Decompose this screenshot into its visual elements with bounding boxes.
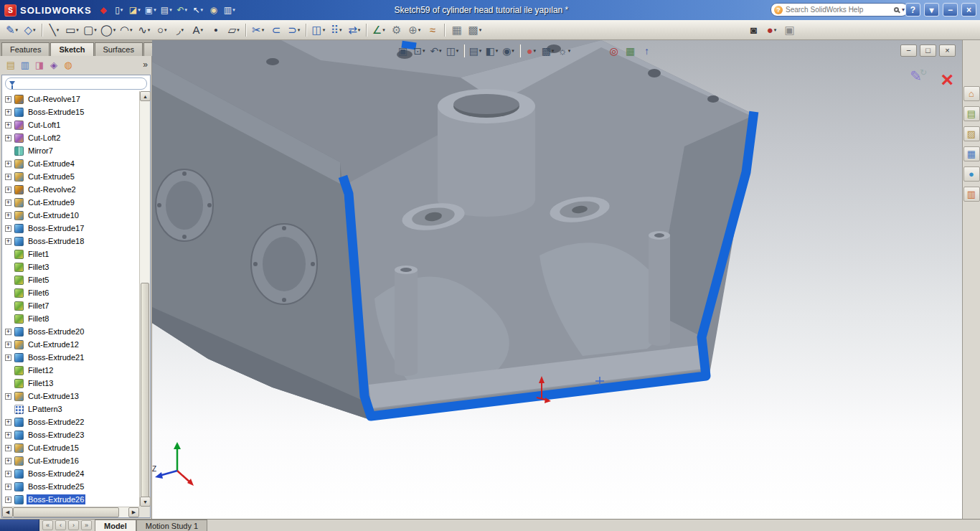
repair-sketch-button[interactable]: ⚙ xyxy=(388,22,405,38)
tab-features[interactable]: Features xyxy=(1,42,50,56)
tree-item-boss-extrude25[interactable]: +Boss-Extrude25 xyxy=(2,480,139,493)
instant3d-button[interactable]: ↑ xyxy=(639,43,654,58)
offset-entities-button[interactable]: ⊃▾ xyxy=(286,22,302,38)
line-button[interactable]: ╲▾ xyxy=(46,22,62,38)
edit-appearance-button[interactable]: ●▾ xyxy=(524,43,539,58)
tree-expander-icon[interactable]: + xyxy=(5,329,11,335)
tree-item-boss-extrude20[interactable]: +Boss-Extrude20 xyxy=(2,325,139,338)
tree-item-fillet8[interactable]: Fillet8 xyxy=(2,312,139,325)
design-library-tab[interactable]: ▤ xyxy=(963,106,980,121)
screen-capture-button[interactable]: ◙ xyxy=(745,22,762,38)
plane-button[interactable]: ▱▾ xyxy=(225,22,242,38)
tree-item-fillet3[interactable]: Fillet3 xyxy=(2,260,139,273)
displaymanager-tab[interactable]: ◍ xyxy=(62,57,75,72)
tree-item-boss-extrude21[interactable]: +Boss-Extrude21 xyxy=(2,351,139,364)
straight-slot-button[interactable]: ▢▾ xyxy=(82,22,98,38)
tab-scroll-last-button[interactable]: » xyxy=(81,520,92,530)
print-button[interactable]: ▤▾ xyxy=(159,3,174,17)
tree-item-cut-loft2[interactable]: +Cut-Loft2 xyxy=(2,131,139,144)
tree-expander-icon[interactable]: + xyxy=(5,199,11,206)
close-window-button[interactable]: × xyxy=(961,3,976,17)
display-delete-relations-button[interactable]: ∠▾ xyxy=(370,22,387,38)
display-style-button[interactable]: ◧▾ xyxy=(484,43,499,58)
tree-expander-icon[interactable]: + xyxy=(5,212,11,219)
tree-expander-icon[interactable]: + xyxy=(5,393,11,400)
tree-item-cut-extrude5[interactable]: +Cut-Extrude5 xyxy=(2,170,139,183)
tree-item-mirror7[interactable]: Mirror7 xyxy=(2,144,139,157)
save-button[interactable]: ▣▾ xyxy=(143,3,158,17)
configurationmanager-tab[interactable]: ◨ xyxy=(33,57,46,72)
tree-item-boss-extrude18[interactable]: +Boss-Extrude18 xyxy=(2,235,139,248)
filter-field[interactable] xyxy=(5,77,147,90)
tree-item-fillet1[interactable]: Fillet1 xyxy=(2,248,139,260)
help-button[interactable]: ? xyxy=(905,3,920,17)
select-button[interactable]: ↖▾ xyxy=(191,3,205,17)
dimxpertmanager-tab[interactable]: ◈ xyxy=(47,57,60,72)
circle-button[interactable]: ◯▾ xyxy=(100,22,116,38)
scroll-right-button[interactable]: ▶ xyxy=(128,507,139,517)
file-explorer-tab[interactable]: ▨ xyxy=(963,126,980,141)
model-3d-view[interactable]: Z xyxy=(152,40,962,519)
no-external-references-button[interactable]: ▦ xyxy=(448,22,465,38)
view-settings-button[interactable]: ☼▾ xyxy=(557,43,572,58)
apply-scene-button[interactable]: ▩▾ xyxy=(540,43,555,58)
tree-item-boss-extrude26[interactable]: +Boss-Extrude26 xyxy=(2,493,139,506)
custom-properties-tab[interactable]: ▥ xyxy=(963,187,980,202)
document-minimize-button[interactable]: − xyxy=(900,44,917,57)
scene-button[interactable]: ▦ xyxy=(623,43,638,58)
tab-scroll-prev-button[interactable]: ‹ xyxy=(55,520,66,530)
tree-item-boss-extrude23[interactable]: +Boss-Extrude23 xyxy=(2,428,139,441)
cancel-sketch-button[interactable]: × xyxy=(941,69,953,90)
view-orientation-button[interactable]: ▤▾ xyxy=(468,43,483,58)
tab-model[interactable]: Model xyxy=(95,520,136,531)
tree-expander-icon[interactable]: + xyxy=(5,238,11,245)
tree-item-cut-extrude4[interactable]: +Cut-Extrude4 xyxy=(2,157,139,170)
propertymanager-tab[interactable]: ▥ xyxy=(19,57,32,72)
tree-expander-icon[interactable]: + xyxy=(5,96,11,103)
tree-item-cut-extrude10[interactable]: +Cut-Extrude10 xyxy=(2,209,139,222)
minimize-window-button[interactable]: − xyxy=(943,3,958,17)
corner-rectangle-button[interactable]: ▭▾ xyxy=(64,22,80,38)
tree-item-boss-extrude24[interactable]: +Boss-Extrude24 xyxy=(2,467,139,480)
rapid-sketch-button[interactable]: ≈ xyxy=(424,22,440,38)
sketch-fillet-button[interactable]: ◞▾ xyxy=(171,22,188,38)
tree-item-cut-extrude12[interactable]: +Cut-Extrude12 xyxy=(2,338,139,351)
tree-expander-icon[interactable]: + xyxy=(5,354,11,361)
trim-entities-button[interactable]: ✂▾ xyxy=(250,22,266,38)
panel-overflow-button[interactable]: » xyxy=(143,60,148,70)
undo-button[interactable]: ↶▾ xyxy=(175,3,189,17)
new-document-button[interactable]: ▯▾ xyxy=(112,3,126,17)
tree-expander-icon[interactable]: + xyxy=(5,225,11,232)
search-input[interactable] xyxy=(786,6,891,14)
sketch-button[interactable]: ✎▾ xyxy=(4,22,20,38)
options-button[interactable]: ▥▾ xyxy=(222,3,237,17)
image-capture-options-button[interactable]: ▣ xyxy=(781,22,798,38)
tab-surfaces[interactable]: Surfaces xyxy=(95,42,143,56)
hide-show-items-button[interactable]: ◉▾ xyxy=(501,43,516,58)
scroll-left-button[interactable]: ◀ xyxy=(2,507,13,517)
appearance-target-button[interactable]: ◎ xyxy=(606,43,621,58)
point-button[interactable]: • xyxy=(207,22,224,38)
tree-item-cut-revolve17[interactable]: +Cut-Revolve17 xyxy=(2,93,139,105)
tree-expander-icon[interactable]: + xyxy=(5,187,11,193)
tree-item-lpattern3[interactable]: LPattern3 xyxy=(2,403,139,415)
tree-expander-icon[interactable]: + xyxy=(5,497,11,503)
scroll-down-button[interactable]: ▼ xyxy=(140,497,151,507)
view-palette-tab[interactable]: ▦ xyxy=(963,146,980,161)
magnifier-icon[interactable] xyxy=(894,7,899,12)
tree-expander-icon[interactable]: + xyxy=(5,458,11,464)
open-button[interactable]: ◪▾ xyxy=(128,3,142,17)
tree-item-cut-loft1[interactable]: +Cut-Loft1 xyxy=(2,118,139,131)
grid-settings-button[interactable]: ▩▾ xyxy=(466,22,483,38)
zoom-to-fit-button[interactable]: ▣ xyxy=(395,43,410,58)
rebuild-button[interactable]: ◉ xyxy=(207,3,221,17)
search-box[interactable]: ? ▾ xyxy=(771,3,908,17)
convert-entities-button[interactable]: ⊂ xyxy=(268,22,284,38)
mirror-entities-button[interactable]: ◫▾ xyxy=(310,22,326,38)
smart-dimension-button[interactable]: ◇▾ xyxy=(22,22,38,38)
tree-expander-icon[interactable]: + xyxy=(5,174,11,180)
tree-expander-icon[interactable]: + xyxy=(5,419,11,426)
tab-sketch[interactable]: Sketch xyxy=(50,42,93,56)
tree-expander-icon[interactable]: + xyxy=(5,471,11,477)
tree-item-fillet7[interactable]: Fillet7 xyxy=(2,299,139,312)
